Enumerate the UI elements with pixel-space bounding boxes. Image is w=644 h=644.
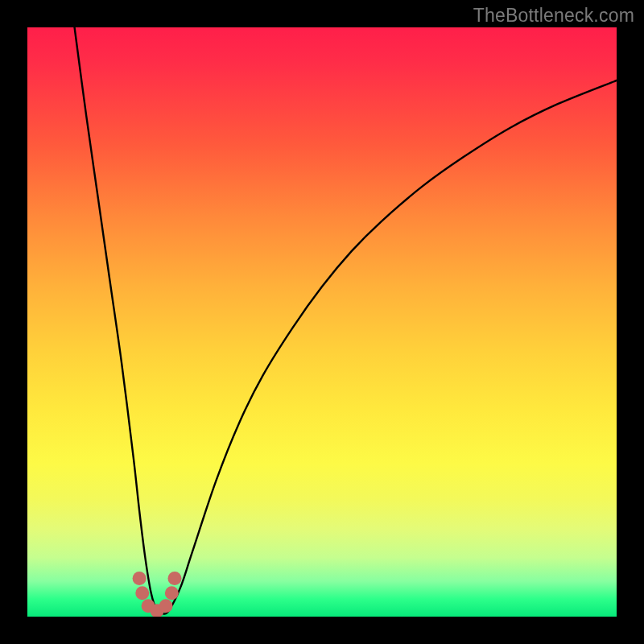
watermark-text: TheBottleneck.com	[473, 5, 634, 27]
curve-layer	[27, 27, 617, 617]
plot-area	[27, 27, 617, 617]
bottleneck-curve	[75, 27, 617, 614]
trough-marker	[133, 572, 147, 585]
trough-marker	[159, 599, 173, 613]
trough-marker	[168, 572, 182, 585]
trough-marker	[135, 586, 149, 600]
trough-marker	[165, 586, 179, 600]
chart-frame: TheBottleneck.com	[0, 0, 644, 644]
